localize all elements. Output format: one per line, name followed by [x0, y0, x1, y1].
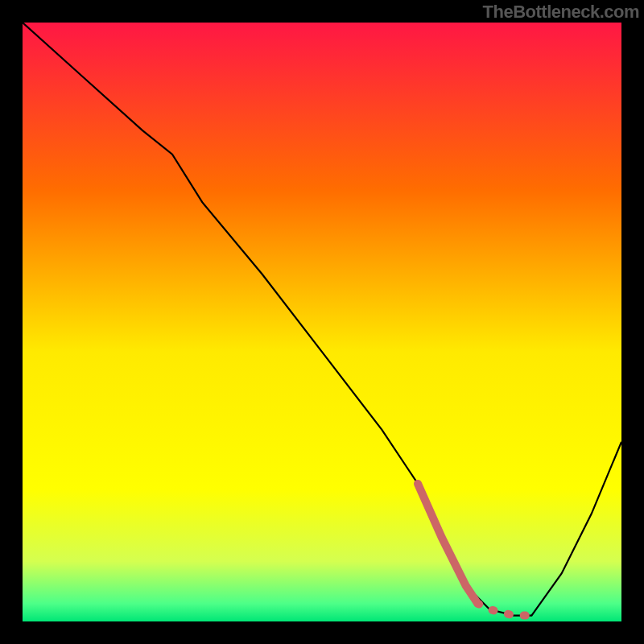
chart-area — [23, 23, 621, 621]
watermark-text: TheBottleneck.com — [483, 2, 639, 23]
chart-background — [23, 23, 621, 621]
chart-svg — [23, 23, 621, 621]
